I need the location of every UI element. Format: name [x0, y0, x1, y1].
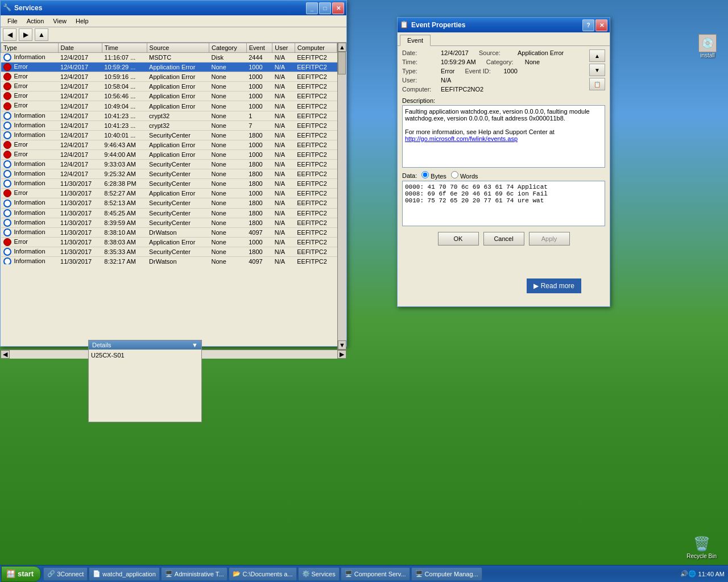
details-chevron[interactable]: ▼	[192, 342, 198, 348]
next-event-btn[interactable]: ▼	[589, 64, 605, 76]
cell-time: 8:39:59 AM	[102, 218, 147, 227]
table-row[interactable]: Information 12/4/2017 10:40:01 ... Secur…	[1, 130, 337, 140]
cell-event: 1800	[246, 208, 272, 218]
start-button[interactable]: 🪟 start	[1, 566, 41, 582]
taskbar-item-admin[interactable]: 🖥️ Administrative T...	[161, 567, 228, 581]
words-radio[interactable]	[451, 171, 458, 178]
services-window: 🔧 Services _ □ ✕ File Action View Help ◀…	[0, 0, 347, 347]
table-row[interactable]: Information 11/30/2017 8:45:25 AM Securi…	[1, 208, 337, 218]
scroll-up-btn[interactable]: ▲	[338, 43, 346, 52]
read-more-banner[interactable]: ▶ Read more	[527, 278, 581, 293]
table-row[interactable]: Information 12/4/2017 10:41:23 ... crypt…	[1, 111, 337, 120]
col-category[interactable]: Category	[209, 43, 247, 53]
cell-type: Information	[1, 160, 59, 169]
table-row[interactable]: Information 11/30/2017 8:32:17 AM DrWats…	[1, 256, 337, 264]
table-scrollbar[interactable]: ▲ ▼	[337, 43, 346, 350]
menu-view[interactable]: View	[48, 16, 71, 26]
bytes-radio[interactable]	[421, 171, 429, 178]
cell-computer: EEFITPC2	[295, 63, 337, 72]
table-row[interactable]: Error 12/4/2017 10:56:46 ... Application…	[1, 92, 337, 101]
recycle-bin-area[interactable]: 🗑️ Recycle Bin	[686, 535, 717, 559]
table-row[interactable]: Information 12/4/2017 10:41:23 ... crypt…	[1, 120, 337, 130]
scroll-down-btn[interactable]: ▼	[338, 340, 346, 350]
col-user[interactable]: User	[272, 43, 295, 53]
table-row[interactable]: Information 11/30/2017 8:52:13 AM Securi…	[1, 198, 337, 208]
table-row[interactable]: Information 12/4/2017 9:25:32 AM Securit…	[1, 169, 337, 179]
cell-computer: EEFITPC2	[295, 53, 337, 63]
taskbar-item-3connect[interactable]: 🔗 3Connect	[43, 567, 88, 581]
scroll-track[interactable]	[338, 52, 346, 340]
words-radio-label[interactable]: Words	[451, 171, 478, 180]
date-value: 12/4/2017	[441, 49, 469, 56]
tab-event[interactable]: Event	[400, 35, 431, 46]
menu-file[interactable]: File	[3, 16, 22, 26]
table-row[interactable]: Error 12/4/2017 9:46:43 AM Application E…	[1, 140, 337, 149]
cell-type: Information	[1, 130, 59, 140]
cancel-button[interactable]: Cancel	[483, 232, 524, 246]
cell-time: 8:45:25 AM	[102, 208, 147, 218]
taskbar-services-label: Services	[312, 571, 336, 577]
prev-event-btn[interactable]: ▲	[589, 49, 605, 62]
scroll-thumb[interactable]	[338, 52, 346, 74]
taskbar-item-watchd[interactable]: 📄 watchd_application	[89, 567, 160, 581]
toolbar-forward-btn[interactable]: ▶	[19, 28, 32, 41]
taskbar-item-services[interactable]: ⚙️ Services	[298, 567, 340, 581]
cell-date: 11/30/2017	[58, 179, 102, 189]
info-icon	[3, 180, 11, 188]
table-row[interactable]: Error 11/30/2017 8:52:27 AM Application …	[1, 189, 337, 198]
taskbar-compmgr-label: Computer Manag...	[425, 571, 478, 577]
table-scroll-container[interactable]: Type Date Time Source Category Event Use…	[1, 43, 337, 350]
taskbar-item-compmgr[interactable]: 🖥️ Computer Manag...	[411, 567, 482, 581]
ok-button[interactable]: OK	[438, 232, 479, 246]
cell-type: Information	[1, 169, 59, 179]
copy-event-btn[interactable]: 📋	[589, 78, 605, 90]
table-row[interactable]: Error 12/4/2017 10:59:16 ... Application…	[1, 72, 337, 82]
table-row[interactable]: Information 11/30/2017 6:28:38 PM Securi…	[1, 179, 337, 189]
table-row[interactable]: Information 11/30/2017 8:35:33 AM Securi…	[1, 247, 337, 256]
scroll-right-btn[interactable]: ▶	[337, 350, 346, 359]
cell-event: 1800	[246, 160, 272, 169]
bytes-radio-label[interactable]: Bytes	[421, 171, 446, 180]
table-row[interactable]: Error 12/4/2017 10:58:04 ... Application…	[1, 82, 337, 92]
menu-help[interactable]: Help	[71, 16, 93, 26]
category-value: None	[525, 59, 540, 65]
table-row[interactable]: Information 11/30/2017 8:38:10 AM DrWats…	[1, 227, 337, 237]
table-row[interactable]: Information 12/4/2017 9:33:03 AM Securit…	[1, 160, 337, 169]
read-more-label[interactable]: Read more	[541, 282, 574, 290]
col-computer[interactable]: Computer	[295, 43, 337, 53]
services-maximize-btn[interactable]: □	[319, 2, 331, 14]
event-props-help-btn[interactable]: ?	[582, 19, 594, 31]
user-row: User: N/A	[402, 77, 578, 84]
table-row[interactable]: Error 12/4/2017 10:49:04 ... Application…	[1, 101, 337, 111]
taskbar-item-docs[interactable]: 📂 C:\Documents a...	[229, 567, 296, 581]
cell-computer: EEFITPC2	[295, 92, 337, 101]
install-icon[interactable]: 💿	[698, 34, 717, 52]
toolbar-up-btn[interactable]: ▲	[35, 28, 48, 41]
services-menubar: File Action View Help	[1, 15, 346, 27]
col-time[interactable]: Time	[102, 43, 147, 53]
event-props-title-icon: 📋	[400, 20, 409, 30]
description-link[interactable]: http://go.microsoft.com/fwlink/events.as…	[405, 135, 518, 142]
table-row[interactable]: Error 12/4/2017 9:44:00 AM Application E…	[1, 149, 337, 159]
info-icon	[3, 257, 11, 264]
apply-button[interactable]: Apply	[529, 232, 570, 246]
error-icon	[3, 73, 11, 81]
scroll-left-btn[interactable]: ◀	[1, 350, 10, 359]
table-row[interactable]: Information 12/4/2017 11:16:07 ... MSDTC…	[1, 53, 337, 63]
table-row[interactable]: Error 12/4/2017 10:59:29 ... Application…	[1, 63, 337, 72]
table-row[interactable]: Information 11/30/2017 8:39:59 AM Securi…	[1, 218, 337, 227]
col-event[interactable]: Event	[246, 43, 272, 53]
event-props-close-btn[interactable]: ✕	[595, 19, 607, 31]
taskbar-item-compserv[interactable]: 🖥️ Component Serv...	[341, 567, 410, 581]
recycle-bin-icon[interactable]: 🗑️	[693, 535, 711, 553]
col-type[interactable]: Type	[1, 43, 59, 53]
table-row[interactable]: Error 11/30/2017 8:38:03 AM Application …	[1, 237, 337, 247]
event-log-table-scroll[interactable]: Type Date Time Source Category Event Use…	[1, 43, 337, 264]
menu-action[interactable]: Action	[22, 16, 49, 26]
services-close-btn[interactable]: ✕	[332, 2, 344, 14]
cell-category: None	[209, 130, 247, 140]
col-date[interactable]: Date	[58, 43, 102, 53]
toolbar-back-btn[interactable]: ◀	[3, 28, 16, 41]
col-source[interactable]: Source	[147, 43, 209, 53]
services-minimize-btn[interactable]: _	[306, 2, 318, 14]
